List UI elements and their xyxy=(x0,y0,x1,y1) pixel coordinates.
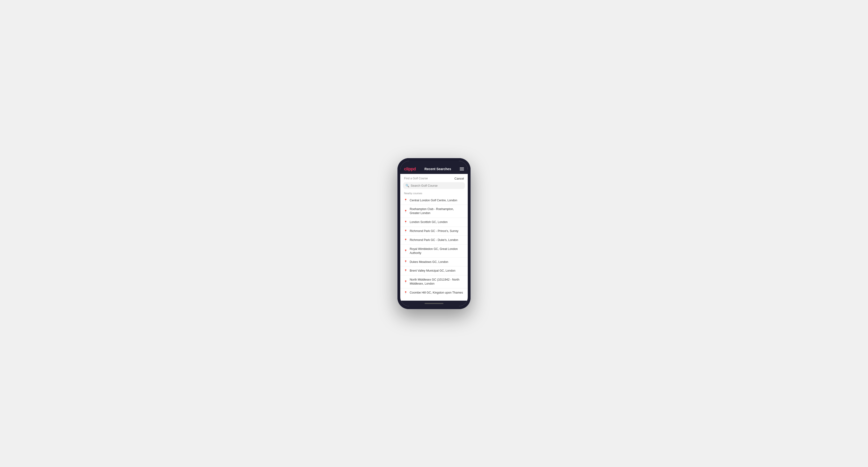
hamburger-line xyxy=(460,170,464,170)
list-item[interactable]: 📍Richmond Park GC - Duke's, London xyxy=(400,236,468,245)
list-item[interactable]: 📍Central London Golf Centre, London xyxy=(400,196,468,205)
cancel-button[interactable]: Cancel xyxy=(455,177,464,180)
course-name: Richmond Park GC - Duke's, London xyxy=(410,238,458,242)
location-pin-icon: 📍 xyxy=(404,229,407,233)
hamburger-line xyxy=(460,169,464,169)
list-item[interactable]: 📍Royal Wimbledon GC, Great London Author… xyxy=(400,245,468,258)
find-label: Find a Golf Course xyxy=(404,177,428,180)
list-item[interactable]: 📍Richmond Park GC - Prince's, Surrey xyxy=(400,227,468,236)
list-item[interactable]: 📍Roehampton Club - Roehampton, Greater L… xyxy=(400,205,468,218)
location-pin-icon: 📍 xyxy=(404,239,407,242)
location-pin-icon: 📍 xyxy=(404,280,407,283)
hamburger-line xyxy=(460,167,464,168)
app-logo: clippd xyxy=(404,166,416,172)
content-area: Find a Golf Course Cancel 🔍 Nearby cours… xyxy=(400,174,468,301)
course-name: Royal Wimbledon GC, Great London Authori… xyxy=(410,247,464,255)
location-pin-icon: 📍 xyxy=(404,269,407,272)
location-pin-icon: 📍 xyxy=(404,260,407,263)
search-input[interactable] xyxy=(411,184,463,187)
list-item[interactable]: 📍Coombe Hill GC, Kingston upon Thames xyxy=(400,288,468,297)
list-item[interactable]: 📍London Scottish GC, London xyxy=(400,218,468,227)
location-pin-icon: 📍 xyxy=(404,249,407,252)
course-name: Brent Valley Municipal GC, London xyxy=(410,269,456,273)
location-pin-icon: 📍 xyxy=(404,221,407,224)
top-nav: clippd Recent Searches xyxy=(400,164,468,174)
home-bar xyxy=(425,303,443,304)
list-item[interactable]: 📍Dukes Meadows GC, London xyxy=(400,258,468,267)
courses-list: 📍Central London Golf Centre, London📍Roeh… xyxy=(400,196,468,301)
search-icon: 🔍 xyxy=(405,184,409,187)
course-name: Roehampton Club - Roehampton, Greater Lo… xyxy=(410,207,464,215)
nearby-section-label: Nearby courses xyxy=(400,191,468,196)
nav-title: Recent Searches xyxy=(425,167,451,171)
home-indicator xyxy=(400,301,468,306)
course-name: Richmond Park GC - Prince's, Surrey xyxy=(410,229,459,233)
course-name: Dukes Meadows GC, London xyxy=(410,260,448,264)
phone-frame: clippd Recent Searches Find a Golf Cours… xyxy=(397,158,471,309)
course-name: North Middlesex GC (1011942 - North Midd… xyxy=(410,278,464,286)
course-name: London Scottish GC, London xyxy=(410,220,448,224)
search-bar[interactable]: 🔍 xyxy=(403,182,465,189)
location-pin-icon: 📍 xyxy=(404,291,407,294)
location-pin-icon: 📍 xyxy=(404,210,407,213)
list-item[interactable]: 📍North Middlesex GC (1011942 - North Mid… xyxy=(400,275,468,288)
phone-screen: clippd Recent Searches Find a Golf Cours… xyxy=(400,161,468,306)
find-header: Find a Golf Course Cancel xyxy=(400,174,468,182)
status-bar xyxy=(400,161,468,164)
list-item[interactable]: 📍Brent Valley Municipal GC, London xyxy=(400,267,468,275)
hamburger-menu[interactable] xyxy=(460,167,464,170)
location-pin-icon: 📍 xyxy=(404,199,407,202)
course-name: Central London Golf Centre, London xyxy=(410,198,457,203)
course-name: Coombe Hill GC, Kingston upon Thames xyxy=(410,291,463,295)
